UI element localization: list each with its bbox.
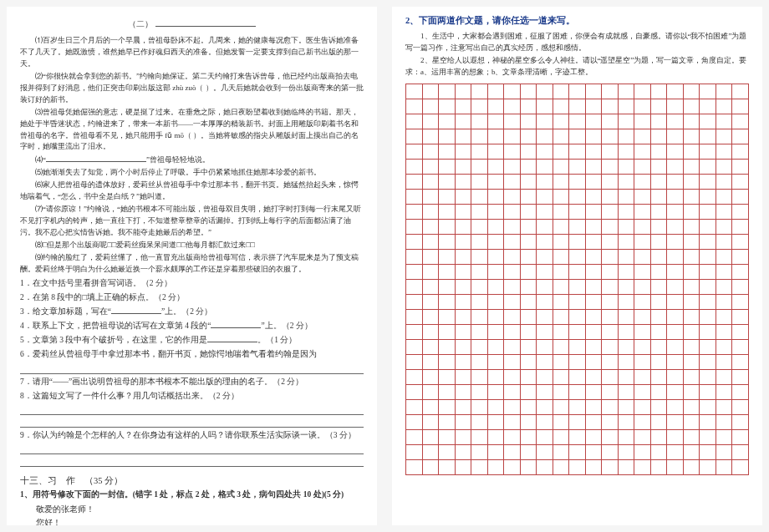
grid-cell: [700, 370, 716, 385]
grid-cell: [504, 295, 521, 310]
grid-cell: [456, 129, 472, 144]
grid-cell: [586, 175, 603, 190]
grid-cell: [471, 295, 488, 310]
grid-cell: [700, 340, 716, 355]
grid-cell: [667, 295, 684, 310]
grid-cell: [406, 220, 423, 235]
grid-cell: [667, 250, 684, 265]
grid-cell: [406, 265, 423, 280]
grid-cell: [553, 460, 570, 475]
grid-cell: [456, 235, 472, 250]
grid-cell: [700, 250, 716, 265]
grid-cell: [634, 160, 651, 175]
grid-cell: [439, 144, 456, 160]
grid-cell: [732, 445, 749, 460]
grid-cell: [488, 370, 505, 385]
question-4: 4．联系上下文，把曾祖母说的话写在文章第 4 段的“”上。（2 分）: [20, 319, 364, 332]
grid-cell: [634, 190, 651, 205]
grid-cell: [553, 235, 570, 250]
grid-cell: [521, 295, 537, 310]
grid-cell: [406, 325, 423, 340]
grid-cell: [619, 114, 635, 129]
grid-cell: [504, 385, 521, 400]
grid-cell: [537, 325, 553, 340]
grid-cell: [488, 235, 505, 250]
grid-cell: [602, 340, 619, 355]
grid-cell: [439, 295, 456, 310]
grid-cell: [553, 445, 570, 460]
grid-cell: [732, 310, 749, 325]
grid-cell: [439, 160, 456, 175]
grid-cell: [553, 430, 570, 445]
grid-cell: [700, 310, 716, 325]
grid-cell: [456, 160, 472, 175]
question-9: 9．你认为约翰是个怎样的人？在你身边有这样的人吗？请你联系生活实际谈一谈。（3 …: [20, 428, 364, 442]
grid-cell: [423, 129, 440, 144]
grid-cell: [439, 99, 456, 114]
grid-cell: [700, 385, 716, 400]
grid-cell: [619, 295, 635, 310]
grid-cell: [732, 114, 749, 129]
grid-cell: [619, 175, 635, 190]
passage-p1: ⑴百岁生日三个月后的一个早晨，曾祖母卧床不起。几周来，她的健康每况愈下。医生告诉…: [20, 35, 364, 70]
q4-pre: 4．联系上下文，把曾祖母说的话写在文章第 4 段的“: [20, 322, 211, 330]
grid-cell: [406, 114, 423, 129]
grid-cell: [488, 310, 505, 325]
grid-cell: [521, 84, 537, 99]
grid-cell: [537, 220, 553, 235]
grid-cell: [488, 190, 505, 205]
grid-cell: [732, 144, 749, 160]
grid-cell: [423, 99, 440, 114]
grid-cell: [651, 280, 668, 295]
grid-cell: [439, 385, 456, 400]
grid-cell: [732, 265, 749, 280]
grid-cell: [439, 235, 456, 250]
grid-cell: [537, 460, 553, 475]
grid-cell: [684, 430, 700, 445]
grid-cell: [716, 430, 733, 445]
grid-cell: [423, 325, 440, 340]
grid-cell: [553, 160, 570, 175]
composition-prompt-2: 2、星空给人以遐想，神秘的星空多么令人神往。请以“遥望星空”为题，写一篇文章，角…: [405, 54, 749, 79]
grid-cell: [569, 205, 586, 220]
grid-cell: [521, 99, 537, 114]
grid-cell: [553, 84, 570, 99]
grid-cell: [634, 340, 651, 355]
grid-cell: [569, 415, 586, 430]
grid-cell: [406, 190, 423, 205]
grid-cell: [456, 114, 472, 129]
p4-close: ”曾祖母轻轻地说。: [146, 155, 210, 164]
grid-cell: [471, 430, 488, 445]
grid-cell: [406, 445, 423, 460]
grid-cell: [651, 325, 668, 340]
grid-cell: [569, 400, 586, 415]
grid-cell: [423, 355, 440, 370]
grid-cell: [471, 385, 488, 400]
grid-cell: [634, 355, 651, 370]
grid-cell: [521, 220, 537, 235]
grid-cell: [602, 310, 619, 325]
grid-cell: [732, 190, 749, 205]
grid-cell: [684, 355, 700, 370]
grid-cell: [684, 460, 700, 475]
grid-cell: [684, 385, 700, 400]
grid-cell: [471, 160, 488, 175]
p4-blank: [46, 154, 146, 162]
grid-cell: [553, 175, 570, 190]
grid-cell: [406, 460, 423, 475]
grid-cell: [504, 415, 521, 430]
grid-cell: [456, 220, 472, 235]
grid-cell: [439, 205, 456, 220]
grid-cell: [586, 370, 603, 385]
grid-cell: [651, 99, 668, 114]
grid-cell: [423, 370, 440, 385]
grid-cell: [667, 370, 684, 385]
subheading: （二）: [20, 18, 364, 30]
grid-cell: [471, 250, 488, 265]
grid-cell: [732, 385, 749, 400]
grid-cell: [732, 280, 749, 295]
grid-cell: [504, 355, 521, 370]
grid-cell: [619, 370, 635, 385]
grid-cell: [488, 460, 505, 475]
grid-cell: [684, 445, 700, 460]
